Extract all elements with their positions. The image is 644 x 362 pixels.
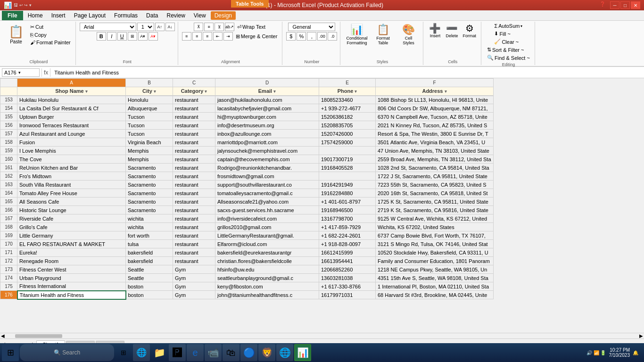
taskbar-brave[interactable]: 🦁 [258,344,275,361]
taskbar-time[interactable]: 10:27 PM 7/10/2023 [609,347,630,358]
category-cell-175[interactable]: Gym [173,282,215,291]
phone-cell-172[interactable]: 16613954441 [319,257,376,265]
email-cell-168[interactable]: grillos2010@gmail.com [215,223,319,231]
table-row[interactable]: 174 Urban Playground Seattle Gym seattle… [0,274,494,282]
address-cell-161[interactable]: 1028 2nd St, Sacramento, CA 95814, Unite… [376,164,494,172]
city-cell-172[interactable]: bakersfield [126,257,173,265]
city-cell-169[interactable]: fort worth [126,231,173,240]
city-cell-157[interactable]: Tucson [126,130,173,138]
category-cell-170[interactable]: restaurant [173,240,215,248]
category-cell-171[interactable]: restaurant [173,248,215,257]
font-size-selector[interactable]: 12 [137,23,154,31]
bold-button[interactable]: B [97,32,106,41]
city-cell-162[interactable]: Sacramento [126,172,173,181]
category-cell-162[interactable]: restaurant [173,172,215,181]
phone-cell-157[interactable]: 15207426000 [319,130,376,138]
number-format-selector[interactable]: General [288,23,335,31]
file-menu[interactable]: File [2,11,23,20]
taskbar-chrome2[interactable]: 🌐 [276,344,293,361]
city-cell-156[interactable]: Tucson [126,121,173,130]
align-left-button[interactable]: ≡ [182,32,191,41]
city-cell-167[interactable]: wichita [126,214,173,223]
phone-cell-166[interactable]: 19168946500 [319,206,376,214]
address-cell-160[interactable]: 2559 Broad Ave, Memphis, TN 38112, Unite… [376,155,494,164]
clear-button[interactable]: 🧹 Clear ~ [492,38,524,45]
table-row[interactable]: 170 EL FARO RESTAURANT & MARKET tulsa re… [0,240,494,248]
phone-filter[interactable]: ▾ [355,89,357,94]
email-cell-165[interactable]: Allseasonscafe21@yahoo.com [215,197,319,206]
table-row[interactable]: 163 South Villa Restaurant Sacramento re… [0,181,494,189]
address-filter[interactable]: ▾ [445,89,447,94]
taskbar-powerpoint[interactable]: 🅿 [169,344,186,361]
phone-cell-174[interactable]: 13603281038 [319,274,376,282]
table-row[interactable]: 164 Tomato Alley Free House Sacramento r… [0,189,494,197]
fill-color-button[interactable]: A▾ [138,32,148,41]
category-cell-174[interactable]: Gym [173,274,215,282]
scroll-right-btn[interactable]: ▶ [638,333,644,338]
city-cell-173[interactable]: Seattle [126,265,173,274]
shop-cell-165[interactable]: All Seasons Cafe [17,197,126,206]
phone-cell-160[interactable]: 19017300719 [319,155,376,164]
city-filter[interactable]: ▾ [154,89,156,94]
shop-cell-169[interactable]: Little Germany [17,231,126,240]
category-cell-159[interactable]: restaurant [173,147,215,155]
category-cell-156[interactable]: restaurant [173,121,215,130]
city-cell-165[interactable]: Sacramento [126,197,173,206]
currency-button[interactable]: $ [286,32,296,41]
col-header-E[interactable]: E [319,79,376,87]
city-cell-158[interactable]: Virginia Beach [126,138,173,147]
cut-button[interactable]: ✂ Cut [28,24,73,31]
phone-cell-162[interactable] [319,172,376,181]
shop-cell-158[interactable]: Fusion [17,138,126,147]
shop-cell-161[interactable]: ReUnion Kitchen and Bar [17,164,126,172]
address-cell-162[interactable]: 1722 J St, Sacramento, CA 95811, United … [376,172,494,181]
city-cell-171[interactable]: bakersfield [126,248,173,257]
address-cell-159[interactable]: 47 Union Ave, Memphis, TN 38103, United … [376,147,494,155]
shop-name-filter[interactable]: ▾ [85,89,88,94]
phone-cell-168[interactable]: +1 417-859-7929 [319,223,376,231]
table-row[interactable]: 153 Hukilau Honolulu Honolulu restaurant… [0,96,494,104]
font-color-button[interactable]: A▾ [149,32,158,41]
font-selector[interactable]: Arial [80,23,136,31]
taskbar-excel[interactable]: 📊 [294,344,311,361]
email-cell-154[interactable]: lacasitabychefjavier@gmail.com [215,104,319,113]
taskbar-search[interactable]: 🔍 Search [20,344,114,361]
align-center-button[interactable]: ≡ [192,32,202,41]
percent-button[interactable]: % [297,32,306,41]
format-button[interactable]: ⚙ Format [461,23,478,39]
address-cell-170[interactable]: 3121 S Mingo Rd, Tulsa, OK 74146, United… [376,240,494,248]
italic-button[interactable]: I [107,32,116,41]
view-menu[interactable]: View [190,11,210,20]
phone-cell-173[interactable]: 12066852260 [319,265,376,274]
city-cell-160[interactable]: Memphis [126,155,173,164]
col-header-C[interactable]: C [173,79,215,87]
table-row[interactable]: 155 Uptown Burger Tucson restaurant hi@m… [0,113,494,121]
city-header[interactable]: City ▾ [126,87,173,96]
category-cell-161[interactable]: restaurant [173,164,215,172]
table-row[interactable]: 176 Titanium Health and Fitness boston G… [0,291,494,299]
formulas-menu[interactable]: Formulas [110,11,141,20]
table-row[interactable]: 169 Little Germany fort worth restaurant… [0,231,494,240]
taskbar-explorer[interactable]: 📁 [151,344,168,361]
category-header[interactable]: Category ▾ [173,87,215,96]
phone-cell-167[interactable]: 13167798700 [319,214,376,223]
table-row[interactable]: 173 Fitness Center West Seattle Gym hfsi… [0,265,494,274]
city-cell-161[interactable]: Sacramento [126,164,173,172]
start-button[interactable]: ⊞ [2,344,19,361]
category-cell-168[interactable]: restaurant [173,223,215,231]
shop-cell-162[interactable]: Fro's Midtown [17,172,126,181]
email-cell-174[interactable]: seattleurbanplayground@gmail.c [215,274,319,282]
shop-cell-154[interactable]: La Casita Del Sur Restaurant & Cf [17,104,126,113]
email-cell-169[interactable]: LittleGermanyRestaurant@gmail. [215,231,319,240]
help-icon[interactable]: ❓ [600,1,605,9]
email-cell-160[interactable]: captain@thecovememphis.com [215,155,319,164]
phone-cell-175[interactable]: +1 617-330-8766 [319,282,376,291]
decrease-indent-button[interactable]: ⇤ [213,32,223,41]
data-menu[interactable]: Data [142,11,162,20]
sort-filter-button[interactable]: ⇅ Sort & Filter ~ [485,46,532,53]
format-table-button[interactable]: 📋 FormatTable [371,23,395,46]
shop-cell-171[interactable]: Eureka! [17,248,126,257]
cell-styles-button[interactable]: 🎨 CellStyles [396,23,420,46]
city-cell-159[interactable]: Memphis [126,147,173,155]
align-top-button[interactable]: ⊼ [194,23,203,31]
